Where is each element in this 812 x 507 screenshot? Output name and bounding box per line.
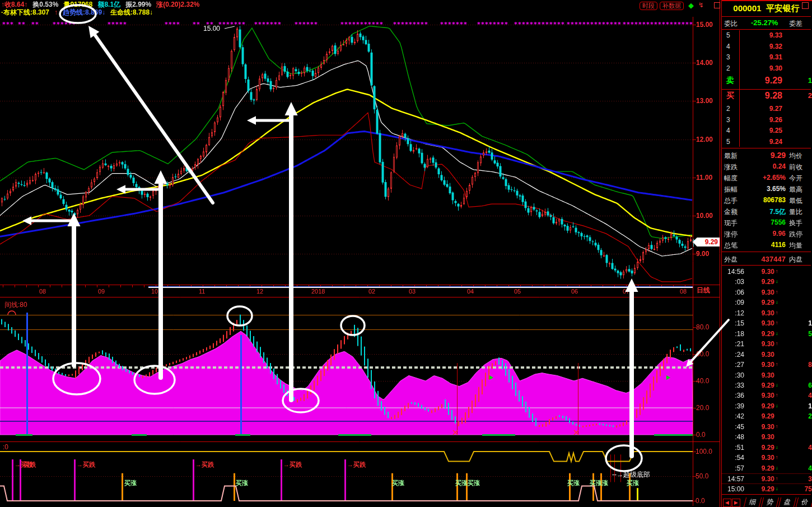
tick-time: :18 [724,330,744,338]
tick-time: 14:56 [724,268,744,276]
order-book-row[interactable]: 39.26 [722,115,811,126]
waipan-value: 437447 [739,255,786,263]
tick-row: :249.30 [722,350,811,360]
tick-row: :399.29↓1 [722,401,811,411]
chart-canvas[interactable] [0,0,812,507]
tick-price: 9.30 [751,371,774,379]
scroll-left-button[interactable]: ◀ [723,499,731,507]
window-control-icon[interactable] [802,2,809,9]
date-label: 08 [39,288,46,295]
waipan-row-inner: 外盘437447内盘 [722,254,811,265]
tab-价[interactable]: 价 [796,497,812,507]
tab-bar: ◀▶ 细势盘价逆 [723,496,812,507]
order-book-price: 9.29 [744,76,782,86]
period-button[interactable]: 时段 [640,2,657,10]
divider [722,494,811,495]
order-book-row[interactable]: 卖9.291 [722,75,811,89]
divider [722,265,811,266]
tick-direction-icon: ↑ [776,476,778,481]
tick-row: :309.30 [722,370,811,380]
tick-time: 15:00 [724,485,744,493]
tick-price: 9.29 [751,299,774,306]
order-book-price: 9.32 [744,43,782,50]
order-book-row[interactable]: 39.31 [722,52,811,63]
tick-volume: 1 [808,319,812,327]
price-axis-label: 10.00 [696,212,713,220]
order-book-price: 9.28 [744,91,782,101]
tick-direction-icon: ↑ [776,320,778,325]
buy-rise-signal-label: 买涨 [124,479,137,487]
indicator-value-field: ·布林下线:8.307 [1,8,49,16]
tick-price: 9.30 [751,268,774,276]
indicator-value-field: 趋势线:8.869↓ [63,8,105,16]
tick-time: :48 [724,433,744,441]
order-book-row[interactable]: 59.24 [722,137,811,148]
order-book-row[interactable]: 59.33 [722,30,811,41]
quote-panel: 000001 平安银行 委比 -25.27% 委差 59.3349.3239.3… [721,0,812,507]
price-axis-label: 13.00 [696,97,713,105]
order-book-level: 3 [726,53,730,61]
tick-row: :069.30↑ [722,287,811,297]
buy-rise-signal-label: 买涨 [627,479,639,487]
tick-direction-icon: ↓ [776,444,778,450]
tick-row: :039.29↓ [722,277,811,287]
tick-price: 9.29 [751,330,774,338]
tick-direction-icon: ↑ [776,424,778,429]
price-axis-label: 14.00 [696,59,713,67]
tick-price: 9.30 [751,392,774,399]
order-book-row[interactable]: 买9.282 [722,90,811,104]
tick-time: 14:57 [724,475,744,483]
tick-direction-icon: ↑ [776,392,778,398]
stat-row: 总笔4116均量 [722,240,811,251]
tick-row: 14:569.30↑ [722,267,811,277]
order-book-level: 4 [726,127,730,134]
stat-value: 9.96 [741,230,786,238]
stat-value: 0.24 [741,162,786,170]
order-book-row[interactable]: 29.30 [722,63,811,75]
tick-volume: 6 [808,382,812,389]
tick-row: :219.30↑ [722,339,811,349]
stat-value: 4116 [741,241,786,249]
order-book-price: 9.30 [744,64,782,72]
tick-time: :42 [724,412,744,420]
bottom-axis-label: 50.0 [696,472,708,480]
tick-volume: 75 [805,485,812,493]
date-label: 06 [571,288,578,295]
order-book-volume: 2 [808,91,812,100]
stat-right-label: 今开 [789,174,802,183]
order-book-row[interactable]: 29.27 [722,104,811,115]
order-book-level: 2 [726,64,730,72]
tick-time: :03 [724,278,744,286]
green-diamond-icon[interactable]: ◆ [688,1,694,10]
quote-field: 振2.99% [125,1,151,8]
stat-value: 9.29 [741,151,786,160]
tick-row: :369.30↑4 [722,390,811,401]
tab-盘[interactable]: 盘 [778,497,796,507]
order-book-price: 9.25 [744,127,782,134]
tick-time: :27 [724,361,744,369]
tick-row: :189.29↓5 [722,329,811,339]
tick-volume: 3 [808,475,812,483]
scroll-right-button[interactable]: ▶ [732,499,740,507]
red-square-icon[interactable] [714,2,720,8]
bottom-indicator-label: :0 [3,443,8,451]
tab-势[interactable]: 势 [761,497,779,507]
order-book-price: 9.24 [744,138,782,146]
stock-title: 000001 平安银行 [722,3,811,14]
tick-volume: 4 [808,464,812,472]
order-book-row[interactable]: 49.25 [722,125,811,137]
tick-direction-icon: ↓ [776,403,778,408]
stat-label: 现手 [724,218,738,228]
order-book-row[interactable]: 49.32 [722,41,811,53]
stat-right-label: 均价 [789,151,802,161]
red-marker-icon[interactable]: ↯ [698,1,704,9]
tab-细[interactable]: 细 [744,497,762,507]
neipan-label: 内盘 [789,255,802,264]
tick-volume: 2 [808,412,812,420]
stock-name: 平安银行 [766,3,800,13]
fill-data-button[interactable]: 补数据 [660,2,684,10]
tick-time: :39 [724,402,744,410]
indicator-axis-label: 40.0 [696,377,709,385]
tick-direction-icon: ↑ [776,361,778,367]
tick-time: :57 [724,464,744,472]
